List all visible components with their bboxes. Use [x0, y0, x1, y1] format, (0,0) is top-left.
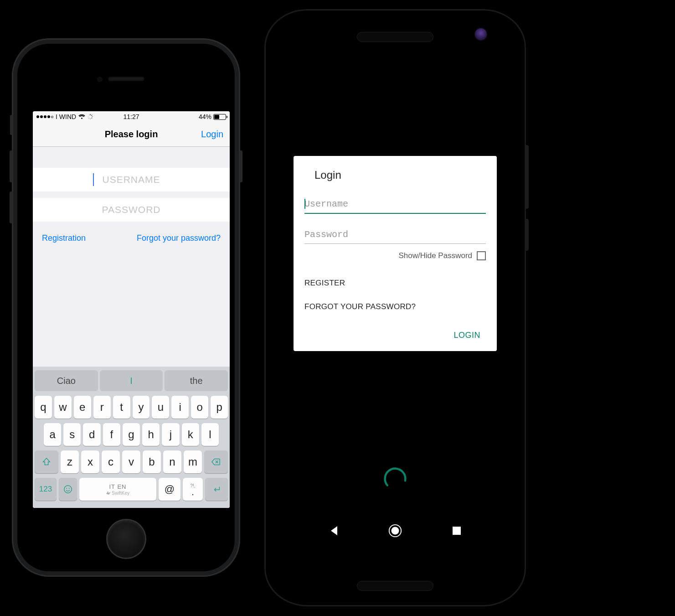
keyboard-suggestions: Ciao I the [35, 370, 228, 391]
android-nav-bar [280, 517, 510, 544]
suggestion-1[interactable]: Ciao [35, 370, 98, 391]
home-button[interactable] [388, 523, 402, 538]
login-dialog: Login Username Password Show/Hide Passwo… [294, 156, 497, 351]
home-button[interactable] [108, 520, 145, 558]
android-screen: Login Username Password Show/Hide Passwo… [280, 65, 510, 553]
power-button [239, 150, 242, 182]
page-title: Please login [105, 129, 158, 140]
key-q[interactable]: q [35, 396, 52, 419]
key-e[interactable]: e [74, 396, 91, 419]
username-placeholder: Username [304, 199, 486, 212]
text-cursor [304, 199, 305, 209]
space-brand-label: SwiftKey [106, 491, 129, 496]
svg-rect-4 [90, 118, 91, 119]
key-l[interactable]: l [201, 423, 219, 446]
suggestion-3[interactable]: the [165, 370, 228, 391]
register-button[interactable]: REGISTER [304, 279, 486, 288]
registration-link[interactable]: Registration [42, 233, 86, 243]
ios-nav-bar: Please login Login [33, 122, 230, 147]
svg-rect-6 [88, 116, 89, 117]
back-button[interactable] [327, 523, 341, 538]
mute-switch [10, 115, 13, 135]
username-placeholder: USERNAME [102, 174, 160, 185]
suggestion-2[interactable]: I [100, 370, 163, 391]
key-n[interactable]: n [163, 450, 181, 473]
clock-label: 11:27 [123, 113, 139, 120]
volume-down-button [10, 192, 13, 223]
forgot-password-button[interactable]: FORGOT YOUR PASSWORD? [304, 302, 486, 311]
svg-point-10 [69, 488, 70, 489]
key-k[interactable]: k [182, 423, 199, 446]
login-button[interactable]: Login [201, 129, 223, 140]
key-c[interactable]: c [102, 450, 120, 473]
key-i[interactable]: i [171, 396, 189, 419]
password-field[interactable]: Password [304, 229, 486, 244]
key-g[interactable]: g [123, 423, 140, 446]
android-device-frame: Login Username Password Show/Hide Passwo… [264, 9, 526, 606]
key-m[interactable]: m [184, 450, 202, 473]
svg-rect-3 [91, 118, 93, 119]
volume-up-button [10, 150, 13, 182]
front-camera [475, 28, 487, 40]
numbers-key[interactable]: 123 [35, 478, 57, 501]
wifi-icon [78, 114, 85, 119]
earpiece-speaker [357, 32, 433, 42]
svg-point-13 [392, 527, 399, 535]
volume-rocker [525, 145, 529, 209]
key-v[interactable]: v [122, 450, 140, 473]
key-r[interactable]: r [93, 396, 111, 419]
svg-rect-0 [90, 114, 91, 115]
backspace-key[interactable] [204, 450, 228, 473]
username-field[interactable]: Username [304, 199, 486, 214]
text-cursor [93, 173, 94, 186]
forgot-password-link[interactable]: Forgot your password? [137, 233, 221, 243]
shift-key[interactable] [35, 450, 58, 473]
key-o[interactable]: o [191, 396, 208, 419]
battery-percent-label: 44% [199, 113, 211, 120]
svg-rect-5 [88, 118, 89, 119]
key-x[interactable]: x [81, 450, 99, 473]
at-key[interactable]: @ [159, 478, 180, 501]
loading-spinner-icon [382, 466, 408, 492]
space-key[interactable]: IT EN SwiftKey [79, 478, 156, 501]
return-key[interactable] [205, 478, 228, 501]
power-button [525, 219, 529, 251]
username-field[interactable]: USERNAME [33, 168, 230, 192]
loading-spinner-icon [88, 114, 93, 119]
earpiece-speaker [108, 77, 144, 81]
key-a[interactable]: a [44, 423, 61, 446]
svg-rect-14 [453, 527, 461, 535]
bottom-speaker [357, 581, 433, 591]
svg-rect-2 [92, 116, 93, 117]
space-language-label: IT EN [109, 483, 127, 490]
key-y[interactable]: y [133, 396, 150, 419]
front-camera [97, 77, 103, 82]
ios-screen: I WIND 11:27 44% Please login Login [33, 111, 230, 508]
ios-keyboard: Ciao I the q w e r t y u i o p a [33, 367, 230, 508]
show-hide-password-checkbox[interactable] [477, 251, 486, 260]
battery-icon [213, 114, 226, 120]
punctuation-key[interactable]: ?!, . [183, 478, 203, 501]
recent-apps-button[interactable] [449, 523, 464, 538]
key-j[interactable]: j [162, 423, 179, 446]
ios-status-bar: I WIND 11:27 44% [33, 111, 230, 122]
show-hide-password-label: Show/Hide Password [398, 251, 472, 260]
password-placeholder: PASSWORD [102, 204, 161, 215]
key-w[interactable]: w [54, 396, 72, 419]
key-f[interactable]: f [103, 423, 120, 446]
key-b[interactable]: b [143, 450, 161, 473]
password-field[interactable]: PASSWORD [33, 198, 230, 222]
key-d[interactable]: d [83, 423, 100, 446]
emoji-key[interactable] [59, 478, 77, 501]
svg-point-8 [64, 486, 72, 493]
login-button[interactable]: LOGIN [304, 326, 486, 343]
key-p[interactable]: p [211, 396, 228, 419]
key-t[interactable]: t [113, 396, 130, 419]
key-u[interactable]: u [152, 396, 169, 419]
carrier-label: I WIND [56, 113, 76, 120]
key-z[interactable]: z [61, 450, 79, 473]
iphone-device-frame: I WIND 11:27 44% Please login Login [12, 38, 240, 577]
key-h[interactable]: h [142, 423, 160, 446]
password-placeholder: Password [304, 229, 486, 243]
key-s[interactable]: s [63, 423, 81, 446]
